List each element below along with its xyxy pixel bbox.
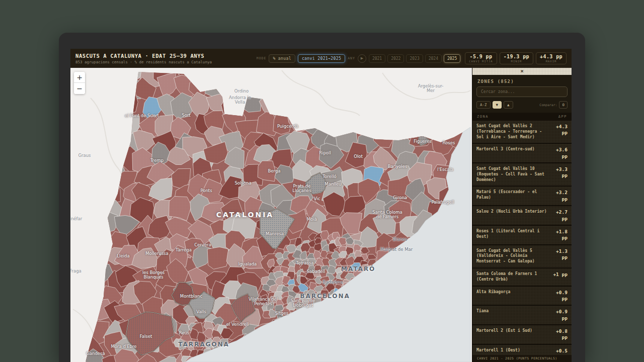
zone-list: Sant Cugat del Vallès 2 (Torreblanca - T…	[472, 121, 572, 355]
sort-controls: A-Z ▼ ▲ Comparar: 0	[472, 101, 572, 113]
year-buttons: 20212022202320242025	[369, 54, 460, 63]
compare-label: Comparar:	[539, 103, 557, 107]
zone-value: +0.8 pp	[549, 328, 568, 341]
zone-value: +3.6 pp	[549, 147, 568, 159]
play-button[interactable]: ▶	[358, 54, 366, 63]
year-button-2023[interactable]: 2023	[406, 54, 423, 63]
map-panel: + − OrdinoAndorra la VellaArgelès-sur-Me…	[70, 68, 472, 362]
legend-footer: CANVI 2021 - 2025 (PUNTS PERCENTUALS)	[472, 355, 572, 362]
sidebar-collapse-button[interactable]: ×	[472, 68, 572, 75]
sort-az-button[interactable]: A-Z	[476, 101, 491, 109]
zone-value: +0.5 pp	[549, 348, 568, 355]
zone-value: +3.3 pp	[549, 166, 568, 183]
zone-row[interactable]: Sant Cugat del Vallès 2 (Torreblanca - T…	[472, 121, 572, 144]
year-button-2025[interactable]: 2025	[444, 54, 460, 63]
zone-value: +0.9 pp	[549, 309, 568, 321]
header-titles: NASCUTS A CATALUNYA · EDAT 25–39 ANYS 85…	[75, 53, 212, 64]
choropleth-map[interactable]	[70, 68, 472, 362]
stat-boxes: -5.9 ppCANVI MITJÀ-19.3 ppMÍNIM+4.3 ppMÀ…	[465, 52, 567, 64]
zone-value: +0.9 pp	[549, 290, 568, 302]
zones-sidebar: × ZONES (852) A-Z ▼ ▲ Comparar: 0 ZONA Δ…	[472, 68, 572, 362]
desktop-background: { "header": { "title": "NASCUTS A CATALU…	[0, 0, 644, 362]
zone-value: +1.8 pp	[549, 229, 568, 241]
stat-value: -5.9 pp	[469, 54, 493, 59]
zone-value: +3.2 pp	[549, 190, 568, 202]
column-delta: ΔPP	[558, 115, 567, 119]
year-button-2022[interactable]: 2022	[387, 54, 404, 63]
year-button-2021[interactable]: 2021	[369, 54, 385, 63]
zone-value: +1.3 pp	[549, 248, 568, 264]
zone-value: +4.3 pp	[549, 124, 568, 140]
zone-name: Santa Coloma de Farners 1 (Centre Urbà)	[476, 272, 549, 283]
zone-name: Martorell 1 (Oest)	[476, 348, 549, 355]
zone-name: Sant Cugat del Vallès 2 (Torreblanca - T…	[476, 124, 549, 140]
sort-desc-button[interactable]: ▼	[493, 101, 502, 109]
stat-label: CANVI MITJÀ	[469, 60, 493, 63]
stat-label: MÍNIM	[504, 60, 529, 63]
zone-name: Martorell 2 (Est i Sud)	[476, 328, 549, 341]
zone-name: Martorell 3 (Centre-sud)	[476, 147, 549, 159]
zone-row[interactable]: Salou 2 (Nucli Urbà Interior)+2.7 pp	[472, 206, 572, 226]
close-icon: ×	[520, 69, 524, 74]
screen-bezel: NASCUTS A CATALUNYA · EDAT 25–39 ANYS 85…	[59, 33, 585, 362]
zone-search-input[interactable]	[476, 86, 568, 97]
zone-row[interactable]: Mataró 5 (Escorxador - el Palau)+3.2 pp	[472, 187, 572, 206]
zone-name: Alta Ribagorça	[476, 290, 549, 302]
page-subtitle: 853 agrupacions censals · % de residents…	[75, 60, 212, 64]
app-window: NASCUTS A CATALUNYA · EDAT 25–39 ANYS 85…	[70, 49, 572, 362]
header-controls: MODE % anualcanvi 2021→2025 ANY ▶ 202120…	[257, 52, 567, 64]
column-zone: ZONA	[477, 115, 489, 119]
zone-name: Salou 2 (Nucli Urbà Interior)	[476, 209, 549, 222]
zoom-in-button[interactable]: +	[74, 72, 85, 83]
stat-value: +4.3 pp	[540, 54, 562, 59]
zone-name: Sant Cugat del Vallès 5 (Valldoreix - Co…	[476, 248, 549, 264]
compare-count[interactable]: 0	[559, 101, 568, 109]
zone-row[interactable]: Santa Coloma de Farners 1 (Centre Urbà)+…	[472, 268, 572, 287]
page-title: NASCUTS A CATALUNYA · EDAT 25–39 ANYS	[75, 53, 212, 59]
header-bar: NASCUTS A CATALUNYA · EDAT 25–39 ANYS 85…	[70, 49, 572, 68]
mode-button-0[interactable]: % anual	[269, 54, 295, 63]
mode-buttons: % anualcanvi 2021→2025	[269, 54, 345, 63]
content-area: + − OrdinoAndorra la VellaArgelès-sur-Me…	[70, 68, 572, 362]
stat-box-2: +4.3 ppMÀXIM	[536, 52, 567, 64]
zone-name: Mataró 5 (Escorxador - el Palau)	[476, 190, 549, 202]
zone-row[interactable]: Martorell 3 (Centre-sud)+3.6 pp	[472, 144, 572, 163]
zone-row[interactable]: Martorell 2 (Est i Sud)+0.8 pp	[472, 325, 572, 345]
zone-row[interactable]: Sant Cugat del Vallès 5 (Valldoreix - Co…	[472, 245, 572, 268]
zoom-out-button[interactable]: −	[74, 83, 85, 94]
zone-row[interactable]: Tiana+0.9 pp	[472, 306, 572, 325]
sort-asc-button[interactable]: ▲	[504, 101, 513, 109]
any-label: ANY	[348, 56, 355, 60]
zone-row[interactable]: Roses 1 (Litoral Central i Oest)+1.8 pp	[472, 226, 572, 245]
zone-value: +1 pp	[549, 272, 568, 283]
mode-button-1[interactable]: canvi 2021→2025	[298, 54, 345, 63]
mode-label: MODE	[257, 56, 267, 60]
stat-box-0: -5.9 ppCANVI MITJÀ	[465, 52, 497, 64]
year-button-2024[interactable]: 2024	[425, 54, 442, 63]
zone-name: Roses 1 (Litoral Central i Oest)	[476, 229, 549, 241]
zone-row[interactable]: Martorell 1 (Oest)+0.5 pp	[472, 345, 572, 355]
map-zoom-control: + −	[74, 72, 85, 94]
zone-name: Tiana	[476, 309, 549, 321]
zone-row[interactable]: Alta Ribagorça+0.9 pp	[472, 287, 572, 306]
zone-row[interactable]: Sant Cugat del Vallès 10 (Roquetes - Col…	[472, 163, 572, 187]
zones-title: ZONES (852)	[472, 75, 572, 86]
zone-value: +2.7 pp	[549, 209, 568, 222]
stat-box-1: -19.3 ppMÍNIM	[500, 52, 533, 64]
stat-value: -19.3 pp	[504, 54, 529, 59]
zone-list-header: ZONA ΔPP	[472, 113, 572, 121]
zone-name: Sant Cugat del Vallès 10 (Roquetes - Col…	[476, 166, 549, 183]
stat-label: MÀXIM	[540, 60, 562, 63]
